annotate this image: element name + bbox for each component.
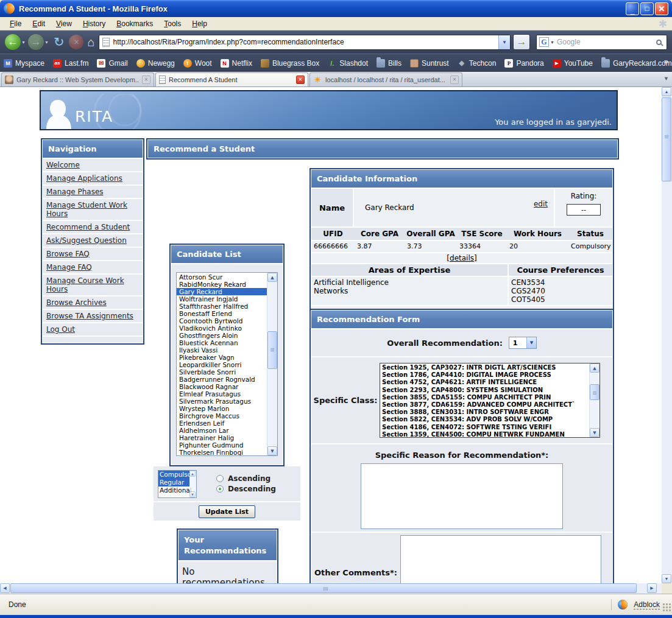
scroll-up-icon[interactable]: ▲	[662, 87, 671, 96]
details-link[interactable]: [details]	[447, 254, 476, 262]
bookmark-item[interactable]: Bluegrass Box	[261, 59, 319, 68]
sidebar-nav-link[interactable]: Welcome	[43, 159, 143, 171]
bookmark-item[interactable]: Pandora	[504, 59, 543, 68]
menu-item[interactable]: Bookmarks	[111, 18, 158, 29]
class-option[interactable]: Section 1359, CEN4500: COMPU NETWRK FUND…	[380, 431, 589, 437]
class-option[interactable]: Section 1786, CAP4410: DIGITAL IMAGE PRO…	[380, 371, 589, 379]
candidate-option[interactable]: Bluestick Acennan	[177, 339, 267, 346]
status-filter-listbox[interactable]: CompulsoryRegularAdditional ▲ ▼	[158, 470, 197, 498]
scrollbar-thumb[interactable]	[662, 97, 671, 181]
candidate-option[interactable]: Badgerrunner Rognvald	[177, 376, 267, 383]
candidate-option[interactable]: Silvermark Prasutagus	[177, 398, 267, 405]
menu-item[interactable]: File	[5, 18, 26, 29]
candidate-option[interactable]: Haretrainer Halig	[177, 434, 267, 441]
candidate-option[interactable]: Vladikovich Antinko	[177, 325, 267, 332]
status-option[interactable]: Regular	[158, 479, 189, 486]
sidebar-nav-link[interactable]: Ask/Suggest Question	[43, 234, 143, 247]
bookmark-item[interactable]: Bills	[377, 59, 401, 68]
chevron-down-icon[interactable]: ▼	[526, 337, 536, 348]
page-vertical-scrollbar[interactable]: ▲ ▼	[662, 87, 672, 583]
class-option[interactable]: Section 1925, CAP3027: INTR DIGTL ART/SC…	[380, 364, 589, 371]
firefox-status-icon[interactable]	[618, 600, 628, 609]
search-icon[interactable]	[656, 40, 662, 45]
candidate-option[interactable]: Gary Reckard	[177, 288, 267, 295]
candidate-option[interactable]: Ilyaski Vassi	[177, 346, 267, 354]
tab-close-icon[interactable]: ×	[142, 75, 150, 84]
scroll-right-icon[interactable]: ▶	[647, 583, 657, 593]
other-comments-textarea[interactable]	[400, 535, 601, 583]
candidate-option[interactable]: Birchgrove Maccus	[177, 412, 267, 420]
class-option[interactable]: Section 4186, CEN4072: SOFTWRE TSTING VE…	[380, 424, 589, 431]
tab-phpmyadmin[interactable]: ☀ localhost / localhost / rita / rita_us…	[309, 72, 462, 86]
candidate-option[interactable]: Elmleaf Prasutagus	[177, 390, 267, 398]
candidate-option[interactable]: Wrystep Marlon	[177, 405, 267, 412]
tab-recommend-a-student[interactable]: Recommend A Student ×	[155, 72, 308, 86]
bookmark-item[interactable]: Woot	[183, 59, 212, 68]
candidate-option[interactable]: Thorkelsen Finnbogi	[177, 449, 267, 455]
tab-list-dropdown-icon[interactable]: ▼	[663, 75, 669, 82]
scrollbar-thumb[interactable]	[267, 331, 277, 369]
url-text[interactable]: http://localhost/Rita/Program/index.php?…	[113, 38, 498, 46]
candidate-option[interactable]: Pikebreaker Vagn	[177, 354, 267, 361]
bookmark-item[interactable]: Netflix	[221, 59, 252, 68]
sidebar-nav-link[interactable]: Manage Applications	[43, 172, 143, 184]
url-dropdown-button[interactable]: ▼	[498, 35, 510, 49]
menu-item[interactable]: Help	[187, 18, 212, 29]
bookmark-item[interactable]: GaryReckard.com	[601, 59, 672, 68]
sidebar-nav-link[interactable]: Recommend a Student	[43, 221, 143, 233]
specific-reason-textarea[interactable]	[361, 463, 563, 529]
edit-link[interactable]: edit	[534, 200, 548, 208]
status-option[interactable]: Additional	[158, 486, 189, 494]
specific-class-listbox[interactable]: Section 1925, CAP3027: INTR DIGTL ART/SC…	[380, 363, 600, 438]
sidebar-nav-link[interactable]: Manage FAQ	[43, 261, 143, 273]
page-horizontal-scrollbar[interactable]: ◀ ▶	[0, 583, 662, 594]
bookmark-item[interactable]: Last.fm	[53, 59, 88, 68]
class-option[interactable]: Section 3855, CDA5155: COMPU ARCHITECT P…	[380, 394, 589, 401]
menu-item[interactable]: Tools	[159, 18, 186, 29]
candidate-option[interactable]: Silverblade Snorri	[177, 368, 267, 376]
sidebar-nav-link[interactable]: Log Out	[43, 323, 143, 335]
scroll-left-icon[interactable]: ◀	[0, 583, 10, 593]
bookmark-item[interactable]: Myspace	[4, 59, 44, 68]
scroll-down-icon[interactable]: ▼	[662, 574, 671, 583]
scroll-up-icon[interactable]: ▲	[267, 273, 277, 282]
search-engine-dropdown-icon[interactable]: ▼	[550, 40, 554, 44]
tab-close-icon[interactable]: ×	[450, 75, 459, 84]
bookmarks-overflow-icon[interactable]: »	[664, 57, 668, 66]
go-button[interactable]: →	[513, 34, 530, 50]
sort-ascending-option[interactable]: Ascending	[216, 474, 276, 483]
scroll-down-icon[interactable]: ▼	[590, 428, 599, 437]
bookmark-item[interactable]: Gmail	[97, 59, 127, 68]
adblock-status[interactable]: Adblock	[634, 600, 660, 609]
overall-recommendation-select[interactable]: 1 ▼	[509, 337, 537, 349]
sort-descending-option[interactable]: Descending	[216, 485, 276, 493]
search-placeholder[interactable]: Google	[557, 38, 656, 46]
sidebar-nav-link[interactable]: Browse Archives	[43, 297, 143, 309]
bookmark-item[interactable]: Slashdot	[328, 59, 368, 68]
sidebar-nav-link[interactable]: Manage Phases	[43, 186, 143, 198]
url-bar[interactable]: http://localhost/Rita/Program/index.php?…	[99, 35, 511, 50]
forward-button[interactable]: →	[28, 34, 44, 50]
update-list-button[interactable]: Update List	[199, 505, 255, 518]
maximize-button[interactable]: □	[640, 2, 654, 15]
bookmark-item[interactable]: YouTube	[553, 59, 593, 68]
candidate-option[interactable]: Ghostfingers Aloin	[177, 332, 267, 339]
home-button[interactable]: ⌂	[87, 35, 94, 49]
scrollbar-thumb[interactable]	[10, 583, 637, 593]
class-option[interactable]: Section 4752, CAP4621: ARTIF INTELLIGENC…	[380, 379, 589, 386]
candidate-option[interactable]: Staffthrasher Hallfred	[177, 303, 267, 310]
back-button[interactable]: ←	[5, 34, 21, 50]
candidate-option[interactable]: Bonestaff Erlend	[177, 310, 267, 317]
status-option[interactable]: Compulsory	[158, 471, 189, 479]
candidate-option[interactable]: Coontooth Byrtwold	[177, 317, 267, 325]
forward-dropdown-icon[interactable]: ▼	[44, 40, 49, 44]
search-box[interactable]: G ▼ Google	[536, 35, 667, 50]
sidebar-nav-link[interactable]: Manage Course Work Hours	[43, 275, 143, 295]
bookmark-item[interactable]: Suntrust	[410, 59, 449, 68]
candidate-option[interactable]: RabidMonkey Rekard	[177, 281, 267, 288]
candidate-option[interactable]: Erlendsen Leif	[177, 420, 267, 427]
class-option[interactable]: Section 3877, CDA6159: ADVANCED COMPU AR…	[380, 401, 589, 409]
candidate-option[interactable]: Leopardkiller Snorri	[177, 361, 267, 368]
candidate-option[interactable]: Pighunter Gudmund	[177, 441, 267, 449]
candidate-option[interactable]: Wolftrainer Ingjald	[177, 295, 267, 303]
